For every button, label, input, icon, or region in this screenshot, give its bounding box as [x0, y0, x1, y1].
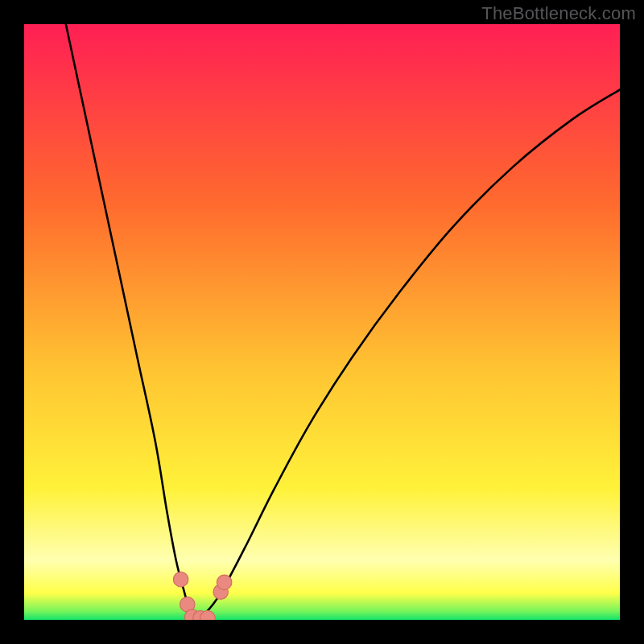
chart-frame: TheBottleneck.com [0, 0, 644, 644]
marker-dot [217, 575, 232, 590]
plot-area [24, 24, 620, 620]
curve-left-branch [66, 24, 195, 620]
marker-dot [173, 572, 188, 587]
bottleneck-curve [24, 24, 620, 620]
curve-right-branch [195, 89, 620, 620]
watermark-text: TheBottleneck.com [481, 3, 636, 24]
highlight-markers [173, 572, 232, 620]
